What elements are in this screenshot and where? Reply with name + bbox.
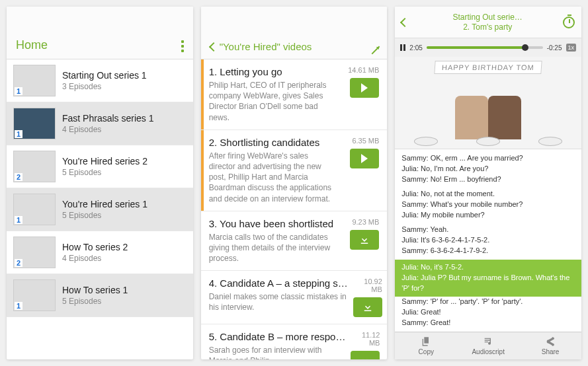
screen-videos: "You're Hired" videos 1. Letting you go … [201,7,388,359]
thumbnail: 1 [13,65,56,96]
header: Starting Out serie… 2. Tom's party [395,7,581,38]
transcript-block: Sammy: Yeah. Julia: It's 6-3-6-2-4-1-7-5… [401,225,575,256]
player-bar: 2:05 -0:25 1x [395,38,581,57]
header: "You're Hired" videos [201,7,388,59]
item-sub: 4 Episodes [62,254,187,263]
item-sub: 3 Episodes [62,82,187,91]
pause-button[interactable] [400,44,405,51]
video-still: HAPPY BIRTHDAY TOM [395,57,581,149]
item-title: 4. Candidate A – a stepping s… [209,277,348,289]
episode-title: Starting Out serie… 2. Tom's party [416,13,559,32]
item-desc: Marcia calls two of the candidates givin… [209,232,336,264]
download-button[interactable] [350,230,379,250]
item-title: 2. Shortlisting candidates [209,137,336,148]
downloaded-indicator [201,130,204,211]
bottom-tabs: Copy Audioscript Share [395,332,581,359]
item-size: 14.61 MB [348,66,379,74]
item-sub: 4 Episodes [62,125,187,134]
play-button[interactable] [350,149,379,168]
play-icon [361,154,368,163]
item-title: How To series 1 [62,285,187,295]
play-icon [361,83,368,92]
transcript[interactable]: Sammy: OK, erm ... Are you married? Juli… [395,149,581,332]
thumbnail: 2 [13,237,56,268]
item-sub: 5 Episodes [62,168,187,177]
item-desc: Daniel makes some classic mistakes in hi… [209,291,348,312]
item-title: How To series 2 [62,242,187,252]
item-desc: Sarah goes for an interview with Marcia … [209,345,346,359]
item-desc: After firing WebWare's sales director an… [209,151,336,204]
page-title: Home [16,38,48,52]
item-size: 9.23 MB [352,218,379,226]
list-item[interactable]: 2. Shortlisting candidates After firing … [201,130,388,211]
transcript-block: Sammy: 'P' for ... 'party'. 'P' for 'par… [401,297,575,328]
item-desc: Philip Hart, CEO of IT peripherals compa… [209,80,336,123]
time-elapsed: 2:05 [409,44,422,52]
screen-player: Starting Out serie… 2. Tom's party 2:05 … [395,7,581,359]
copy-icon [421,336,431,347]
list-item[interactable]: 1 How To series 1 5 Episodes [7,274,193,317]
chevron-left-icon [401,17,408,28]
tab-audioscript[interactable]: Audioscript [457,332,519,359]
item-size: 11.12 MB [351,331,380,347]
item-title: Fast Phrasals series 1 [62,113,187,124]
thumbnail: 2 [13,151,56,182]
seek-slider[interactable] [427,46,543,49]
menu-dots-icon[interactable] [181,40,184,52]
item-title: 1. Letting you go [209,66,336,77]
downloaded-indicator [201,59,204,129]
time-remain: -0:25 [547,44,562,52]
banner-text: HAPPY BIRTHDAY TOM [435,61,542,74]
list-item[interactable]: 1 Fast Phrasals series 1 4 Episodes [7,102,193,145]
tab-copy[interactable]: Copy [395,332,457,359]
header: Home [7,7,193,59]
thumbnail: 1 [13,194,56,225]
download-button[interactable] [353,297,382,317]
play-button[interactable] [350,78,379,98]
item-title: You're Hired series 2 [62,156,187,166]
item-size: 6.35 MB [352,137,379,145]
item-title: 5. Candidate B – more respo… [209,331,346,342]
list-item[interactable]: 1 You're Hired series 1 5 Episodes [7,188,193,231]
series-list: 1 Starting Out series 1 3 Episodes 1 Fas… [7,59,193,359]
list-item[interactable]: 5. Candidate B – more respo… Sarah goes … [201,324,388,359]
audioscript-icon [483,336,493,347]
list-item[interactable]: 4. Candidate A – a stepping s… Daniel ma… [201,271,388,324]
download-icon [358,234,370,246]
list-item[interactable]: 1. Letting you go Philip Hart, CEO of IT… [201,59,388,130]
back-button[interactable] [401,17,412,28]
back-button[interactable]: "You're Hired" videos [210,41,312,52]
chevron-left-icon [210,41,217,52]
transcript-block: Sammy: OK, erm ... Are you married? Juli… [401,153,575,185]
share-icon [545,336,556,347]
screen-home: Home 1 Starting Out series 1 3 Episodes … [7,7,193,359]
list-item[interactable]: 2 You're Hired series 2 5 Episodes [7,145,193,188]
item-sub: 5 Episodes [62,211,187,220]
back-label: "You're Hired" videos [220,41,312,52]
transcript-block: Julia: No, not at the moment. Sammy: Wha… [401,189,575,221]
download-icon [362,301,374,313]
tab-share[interactable]: Share [519,332,581,359]
list-item[interactable]: 2 How To series 2 4 Episodes [7,231,193,274]
list-item[interactable]: 3. You have been shortlisted Marcia call… [201,211,388,272]
download-icon [359,355,371,359]
speed-button[interactable]: 1x [566,44,577,52]
item-title: Starting Out series 1 [62,70,187,81]
item-title: You're Hired series 1 [62,199,187,209]
download-button[interactable] [351,351,380,359]
item-title: 3. You have been shortlisted [209,218,336,229]
list-item[interactable]: 1 Starting Out series 1 3 Episodes [7,59,193,102]
timer-icon[interactable] [563,17,575,28]
thumbnail: 1 [13,279,56,311]
transcript-current: Julia: No, it's 7-5-2. Julia: Julia P? B… [395,260,581,297]
item-sub: 5 Episodes [62,297,187,306]
item-size: 10.92 MB [353,277,382,293]
edit-icon[interactable] [365,40,380,55]
thumbnail: 1 [13,108,56,139]
video-list: 1. Letting you go Philip Hart, CEO of IT… [201,59,388,359]
